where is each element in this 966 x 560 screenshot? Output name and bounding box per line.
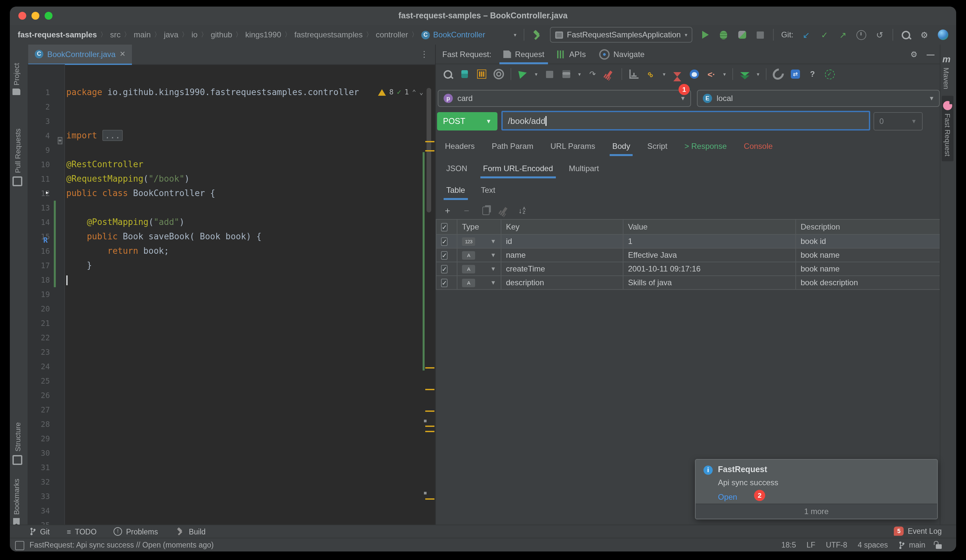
code-line[interactable]: 3: [28, 114, 435, 129]
tab-console[interactable]: Console: [744, 136, 773, 156]
remove-row-icon[interactable]: −: [462, 205, 472, 216]
code-line[interactable]: 27: [28, 403, 435, 417]
cell-key[interactable]: id: [501, 234, 623, 248]
code-line[interactable]: 13: [28, 201, 435, 215]
retry-select[interactable]: 0 ▼: [874, 112, 923, 131]
view-tab-table[interactable]: Table: [446, 180, 465, 200]
code-line[interactable]: 1package io.github.kings1990.fastrequest…: [28, 85, 435, 100]
line-ending[interactable]: LF: [807, 541, 815, 549]
clear-broom-icon[interactable]: [499, 205, 510, 216]
stop-request-icon[interactable]: [544, 69, 555, 79]
code-line[interactable]: 30: [28, 446, 435, 460]
sidebar-item-fast-request[interactable]: Fast Request: [942, 96, 953, 162]
sort-az-icon[interactable]: ↓AZ: [518, 206, 526, 215]
cell-description[interactable]: book description: [796, 276, 941, 290]
code-area[interactable]: 8 ✓ 1 ⌃ ⌄ 1package io.github.kings199: [28, 64, 435, 525]
view-tab-text[interactable]: Text: [481, 180, 495, 200]
code-line[interactable]: 16 return book;: [28, 244, 435, 259]
code-line[interactable]: 10@RestController: [28, 157, 435, 172]
code-line[interactable]: 29: [28, 431, 435, 446]
row-checkbox[interactable]: ✓: [441, 265, 448, 273]
method-select[interactable]: POST ▼: [437, 112, 498, 131]
sidebar-item-project[interactable]: Project: [13, 63, 20, 95]
link-icon[interactable]: ∞: [646, 69, 656, 79]
debug-button[interactable]: [718, 29, 729, 40]
chart-icon[interactable]: [629, 69, 639, 79]
history-clock-icon[interactable]: [856, 29, 867, 40]
row-checkbox[interactable]: ✓: [441, 251, 448, 260]
cell-value[interactable]: Effective Java: [623, 248, 796, 262]
cell-key[interactable]: description: [501, 276, 623, 290]
sidebar-item-pull-requests[interactable]: Pull Requests: [13, 129, 22, 186]
code-line[interactable]: 12public class BookController {: [28, 186, 435, 201]
breadcrumb-item[interactable]: fastrequestsamples: [294, 30, 363, 39]
table-row[interactable]: ✓A▼descriptionSkills of javabook descrip…: [436, 276, 941, 290]
panel-settings-gear-icon[interactable]: ⚙: [910, 50, 917, 59]
link-dropdown-icon[interactable]: ▾: [663, 71, 665, 77]
target-icon[interactable]: [493, 69, 504, 79]
code-line[interactable]: 26: [28, 388, 435, 403]
breadcrumb-class[interactable]: C BookController: [421, 30, 485, 39]
swap-icon[interactable]: ⇄: [790, 69, 801, 79]
git-branch-widget[interactable]: main: [899, 540, 925, 549]
tool-window-toggle-icon[interactable]: [15, 541, 24, 550]
caret-position[interactable]: 18:5: [781, 541, 796, 549]
status-message[interactable]: FastRequest: Api sync success // Open (m…: [30, 539, 214, 552]
table-row[interactable]: ✓A▼createTime2001-10-11 09:17:16book nam…: [436, 262, 941, 276]
save-dropdown-icon[interactable]: ▾: [578, 71, 581, 77]
code-line[interactable]: 31: [28, 460, 435, 475]
body-tab-form-url-encoded[interactable]: Form URL-Encoded: [483, 159, 553, 178]
user-dropdown-icon[interactable]: ▾: [514, 32, 516, 38]
stop-button[interactable]: [755, 29, 766, 40]
breadcrumb-item[interactable]: controller: [376, 30, 408, 39]
sidebar-item-maven[interactable]: m Maven: [942, 54, 951, 89]
table-row[interactable]: ✓123▼id1book id: [436, 234, 941, 248]
coverage-button[interactable]: [737, 29, 748, 40]
code-line[interactable]: 21: [28, 316, 435, 331]
search-icon[interactable]: [442, 69, 453, 79]
chevron-down-icon[interactable]: ▼: [490, 238, 496, 245]
code-line[interactable]: 18: [28, 273, 435, 287]
breadcrumb-item[interactable]: github: [211, 30, 232, 39]
select-all-checkbox[interactable]: ✓: [441, 223, 448, 231]
add-row-icon[interactable]: +: [442, 205, 453, 216]
notification-popup[interactable]: i FastRequest Api sync success Open 2 1 …: [695, 459, 938, 519]
build-project-icon[interactable]: [532, 29, 543, 40]
config-sliders-icon[interactable]: [476, 69, 487, 79]
tab-headers[interactable]: Headers: [445, 136, 475, 156]
send-dropdown-icon[interactable]: ▾: [535, 71, 537, 77]
panel-tab-navigate[interactable]: Navigate: [599, 44, 645, 64]
sidebar-item-bookmarks[interactable]: Bookmarks: [13, 479, 20, 526]
breadcrumb-item[interactable]: src: [110, 30, 120, 39]
hourglass-icon[interactable]: [672, 69, 682, 79]
tab-url-params[interactable]: URL Params: [550, 136, 595, 156]
cell-value[interactable]: 2001-10-11 09:17:16: [623, 262, 796, 276]
cell-description[interactable]: book id: [796, 234, 941, 248]
cell-key[interactable]: createTime: [501, 262, 623, 276]
code-line[interactable]: 15R public Book saveBook( Book book) {: [28, 229, 435, 244]
chevron-down-icon[interactable]: ▼: [490, 265, 496, 272]
toolwindow-todo[interactable]: ≡ TODO: [67, 527, 97, 535]
retry-icon[interactable]: ↷: [587, 69, 598, 79]
rollback-icon[interactable]: ↺: [874, 29, 885, 40]
sidebar-item-structure[interactable]: Structure: [13, 422, 22, 465]
breadcrumb-project[interactable]: fast-request-samples: [18, 30, 97, 39]
share-icon[interactable]: <·: [706, 69, 716, 79]
tab-body[interactable]: Body: [612, 136, 630, 156]
send-request-icon[interactable]: [518, 69, 528, 79]
row-checkbox[interactable]: ✓: [441, 237, 448, 246]
notification-more-bar[interactable]: 1 more: [696, 504, 937, 519]
code-line[interactable]: 25: [28, 374, 435, 388]
tab-path-param[interactable]: Path Param: [492, 136, 534, 156]
code-line[interactable]: 20: [28, 301, 435, 316]
settings-gear-icon[interactable]: ⚙: [919, 29, 930, 40]
code-line[interactable]: 24: [28, 359, 435, 374]
indent-setting[interactable]: 4 spaces: [858, 541, 888, 549]
code-line[interactable]: 28: [28, 417, 435, 431]
tab-script[interactable]: Script: [647, 136, 667, 156]
code-line[interactable]: 2: [28, 100, 435, 114]
file-encoding[interactable]: UTF-8: [826, 541, 847, 549]
breadcrumb-item[interactable]: kings1990: [245, 30, 281, 39]
verified-icon[interactable]: ✓: [824, 69, 835, 79]
row-checkbox[interactable]: ✓: [441, 279, 448, 287]
